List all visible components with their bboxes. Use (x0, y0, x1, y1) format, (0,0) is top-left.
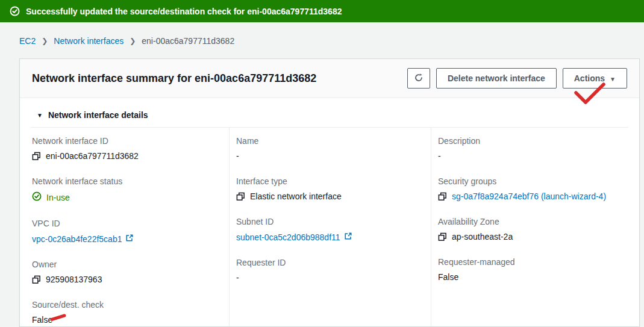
actions-button[interactable]: Actions ▼ (563, 68, 627, 89)
copy-icon[interactable] (32, 152, 41, 161)
field-label: Description (438, 136, 631, 146)
field-source-dest-check: Source/dest. check False (32, 300, 220, 325)
success-check-circle-icon (10, 6, 20, 16)
field-label: Interface type (236, 176, 422, 186)
field-availability-zone: Availability Zone ap-southeast-2a (438, 217, 631, 241)
field-label: Subnet ID (236, 217, 422, 226)
panel-header: Network interface summary for eni-00ac6a… (20, 59, 639, 98)
details-column-3: Description - Security groups sg-0a7f8a9… (431, 128, 639, 327)
copy-icon[interactable] (438, 192, 447, 201)
field-label: VPC ID (32, 219, 220, 228)
field-label: Requester-managed (438, 257, 631, 267)
details-column-1: Network interface ID eni-00ac6a797711d36… (20, 136, 229, 327)
source-dest-check-value: False (32, 315, 52, 325)
delete-network-interface-button[interactable]: Delete network interface (436, 68, 557, 89)
field-network-interface-id: Network interface ID eni-00ac6a797711d36… (32, 136, 220, 161)
breadcrumb-separator-icon: ❯ (42, 37, 48, 45)
header-actions: Delete network interface Actions ▼ (407, 68, 627, 89)
field-requester-managed: Requester-managed False (438, 257, 631, 282)
refresh-icon (414, 73, 424, 84)
network-interface-id-value: eni-00ac6a797711d3682 (46, 151, 139, 161)
availability-zone-value: ap-southeast-2a (452, 232, 513, 241)
field-requester-id: Requester ID - (236, 258, 422, 282)
breadcrumb-ec2[interactable]: EC2 (19, 36, 36, 46)
field-vpc-id: VPC ID vpc-0c26ab4fe22f5cab1 (32, 219, 220, 244)
field-label: Availability Zone (438, 217, 631, 226)
field-label: Owner (32, 260, 220, 269)
vpc-id-link[interactable]: vpc-0c26ab4fe22f5cab1 (32, 234, 134, 244)
status-badge: In-use (46, 193, 70, 202)
breadcrumb: EC2 ❯ Network interfaces ❯ eni-00ac6a797… (19, 36, 644, 46)
breadcrumb-separator-icon: ❯ (130, 37, 136, 45)
external-link-icon (344, 232, 352, 242)
copy-icon[interactable] (438, 232, 447, 241)
subnet-id-link[interactable]: subnet-0ca5c2d06b988df11 (236, 232, 352, 242)
field-label: Security groups (438, 176, 631, 186)
field-subnet-id: Subnet ID subnet-0ca5c2d06b988df11 (236, 217, 422, 242)
status-ok-icon (32, 192, 42, 203)
field-label: Name (236, 136, 422, 146)
interface-type-value: Elastic network interface (250, 192, 342, 201)
triangle-down-icon: ▼ (37, 112, 43, 119)
copy-icon[interactable] (236, 192, 245, 201)
actions-button-label: Actions (574, 73, 605, 83)
chevron-down-icon: ▼ (610, 76, 616, 83)
owner-value: 925908137963 (46, 275, 102, 284)
page-title: Network interface summary for eni-00ac6a… (32, 72, 316, 85)
field-security-groups: Security groups sg-0a7f8a924a74ebf76 (la… (438, 176, 631, 201)
field-network-interface-status: Network interface status In-use (32, 176, 220, 203)
details-column-2: Name - Interface type Elastic network in… (229, 128, 431, 327)
field-name: Name - (236, 136, 422, 161)
field-label: Network interface ID (32, 136, 220, 146)
security-group-link[interactable]: sg-0a7f8a924a74ebf76 (launch-wizard-4) (452, 192, 606, 201)
field-description: Description - (438, 136, 631, 161)
success-flashbar: Successfully updated the source/destinat… (0, 0, 644, 22)
network-interface-summary-panel: Network interface summary for eni-00ac6a… (19, 58, 640, 327)
field-owner: Owner 925908137963 (32, 260, 220, 284)
external-link-icon (125, 234, 134, 244)
details-grid: Network interface ID eni-00ac6a797711d36… (20, 128, 639, 327)
field-label: Source/dest. check (32, 300, 220, 310)
name-value: - (236, 151, 239, 161)
breadcrumb-network-interfaces[interactable]: Network interfaces (54, 36, 123, 46)
copy-icon[interactable] (32, 275, 41, 284)
requester-managed-value: False (438, 272, 458, 282)
field-interface-type: Interface type Elastic network interface (236, 176, 422, 201)
field-label: Network interface status (32, 176, 220, 186)
section-title: Network interface details (48, 110, 148, 120)
flashbar-message: Successfully updated the source/destinat… (26, 7, 342, 16)
description-value: - (438, 151, 441, 161)
requester-id-value: - (236, 273, 239, 282)
network-interface-details-expander[interactable]: ▼ Network interface details (20, 98, 639, 127)
refresh-button[interactable] (407, 68, 430, 89)
breadcrumb-current-eni: eni-00ac6a797711d3682 (142, 36, 234, 46)
field-label: Requester ID (236, 258, 422, 267)
